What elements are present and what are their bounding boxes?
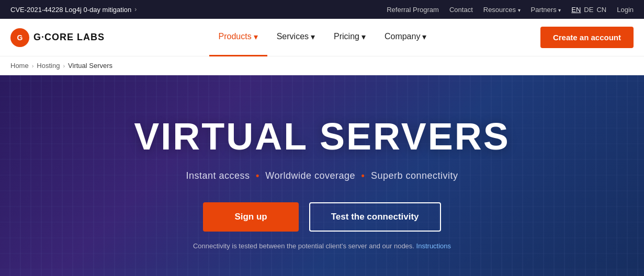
company-dropdown-icon: ▾ <box>422 32 426 42</box>
logo-text: G·CORE LABS <box>33 32 105 43</box>
hero-content: VIRTUAL SERVERS Instant access • Worldwi… <box>134 115 510 250</box>
main-nav: G G·CORE LABS Products ▾ Services ▾ Pric… <box>0 19 644 56</box>
nav-services[interactable]: Services ▾ <box>267 19 324 56</box>
subtitle-part-2: Worldwide coverage <box>265 170 355 181</box>
resources-dropdown-icon: ▾ <box>518 7 521 13</box>
top-bar-right: Referral Program Contact Resources ▾ Par… <box>387 6 634 14</box>
dot-1: • <box>253 170 263 181</box>
login-link[interactable]: Login <box>617 6 634 14</box>
subtitle-part-3: Superb connectivity <box>371 170 458 181</box>
alert-chevron: › <box>134 6 137 13</box>
breadcrumb-sep-1: › <box>32 63 34 69</box>
instructions-link[interactable]: Instructions <box>416 242 451 250</box>
breadcrumb-sep-2: › <box>63 63 65 69</box>
nav-company[interactable]: Company ▾ <box>375 19 436 56</box>
language-switcher: EN DE CN <box>571 6 606 14</box>
products-dropdown-icon: ▾ <box>254 32 258 42</box>
signup-button[interactable]: Sign up <box>203 202 298 232</box>
partners-dropdown-icon: ▾ <box>558 7 561 13</box>
contact-link[interactable]: Contact <box>449 6 473 14</box>
partners-link[interactable]: Partners ▾ <box>531 6 561 14</box>
pricing-dropdown-icon: ▾ <box>361 32 366 42</box>
hero-section: VIRTUAL SERVERS Instant access • Worldwi… <box>0 75 644 276</box>
create-account-button[interactable]: Create an account <box>540 27 634 48</box>
breadcrumb-home[interactable]: Home <box>10 62 29 70</box>
hero-title: VIRTUAL SERVERS <box>134 115 510 158</box>
lang-cn[interactable]: CN <box>596 6 606 14</box>
resources-link[interactable]: Resources ▾ <box>483 6 521 14</box>
hero-note: Connectivity is tested between the poten… <box>134 242 510 250</box>
hero-note-text: Connectivity is tested between the poten… <box>193 242 414 250</box>
lang-en[interactable]: EN <box>571 6 581 14</box>
hero-subtitle: Instant access • Worldwide coverage • Su… <box>134 170 510 181</box>
alert-text: CVE-2021-44228 Log4j 0-day mitigation <box>10 6 131 14</box>
breadcrumb-current: Virtual Servers <box>68 62 112 70</box>
nav-pricing[interactable]: Pricing ▾ <box>324 19 375 56</box>
nav-products[interactable]: Products ▾ <box>209 19 267 56</box>
nav-links: Products ▾ Services ▾ Pricing ▾ Company … <box>209 19 436 56</box>
breadcrumb-hosting[interactable]: Hosting <box>37 62 60 70</box>
dot-2: • <box>358 170 368 181</box>
breadcrumb: Home › Hosting › Virtual Servers <box>0 56 644 75</box>
test-connectivity-button[interactable]: Test the connectivity <box>309 202 441 232</box>
services-dropdown-icon: ▾ <box>311 32 315 42</box>
logo-icon: G <box>10 28 29 47</box>
logo[interactable]: G G·CORE LABS <box>10 28 105 47</box>
lang-de[interactable]: DE <box>584 6 593 14</box>
referral-link[interactable]: Referral Program <box>387 6 439 14</box>
hero-buttons: Sign up Test the connectivity <box>134 202 510 232</box>
subtitle-part-1: Instant access <box>186 170 250 181</box>
alert-banner[interactable]: CVE-2021-44228 Log4j 0-day mitigation › <box>10 6 137 14</box>
top-bar: CVE-2021-44228 Log4j 0-day mitigation › … <box>0 0 644 19</box>
